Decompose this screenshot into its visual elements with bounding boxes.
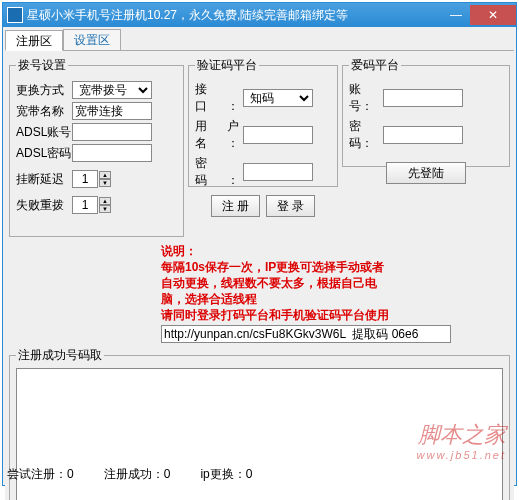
verify-legend: 验证码平台 <box>195 57 259 74</box>
tab-settings[interactable]: 设置区 <box>63 29 121 50</box>
verify-user-label: 用户名： <box>195 118 243 152</box>
switch-mode-label: 更换方式 <box>16 82 72 99</box>
verify-register-button[interactable]: 注 册 <box>211 195 260 217</box>
hangup-delay-input[interactable] <box>72 170 98 188</box>
status-try: 尝试注册：0 <box>7 466 74 483</box>
hangup-up-button[interactable]: ▲ <box>99 171 111 179</box>
verify-pass-label: 密 码： <box>195 155 243 189</box>
dial-group: 拨号设置 更换方式 宽带拨号 宽带名称 ADSL账号 ADSL密码 <box>9 57 184 237</box>
dial-legend: 拨号设置 <box>16 57 68 74</box>
tab-content-register: 拨号设置 更换方式 宽带拨号 宽带名称 ADSL账号 ADSL密码 <box>5 51 514 500</box>
aima-group: 爱码平台 账号： 密码： 先登陆 <box>342 57 510 167</box>
adsl-pass-label: ADSL密码 <box>16 145 72 162</box>
aima-pass-input[interactable] <box>383 126 463 144</box>
verify-port-label: 接 口： <box>195 81 243 115</box>
aima-login-button[interactable]: 先登陆 <box>386 162 466 184</box>
retry-label: 失败重拨 <box>16 197 72 214</box>
verify-user-input[interactable] <box>243 126 313 144</box>
adsl-user-input[interactable] <box>72 123 152 141</box>
yunpan-link-input[interactable] <box>161 325 451 343</box>
retry-input[interactable] <box>72 196 98 214</box>
app-icon <box>7 7 23 23</box>
aima-user-label: 账号： <box>349 81 383 115</box>
broadband-name-input[interactable] <box>72 102 152 120</box>
notice-text: 说明： 每隔10s保存一次，IP更换可选择手动或者 自动更换，线程数不要太多，根… <box>161 243 510 323</box>
aima-pass-label: 密码： <box>349 118 383 152</box>
verify-pass-input[interactable] <box>243 163 313 181</box>
status-bar: 尝试注册：0 注册成功：0 ip更换：0 <box>7 466 512 483</box>
verify-group: 验证码平台 接 口： 知码 用户名： 密 码： 注 册 <box>188 57 338 187</box>
window-title: 星硕小米手机号注册机10.27，永久免费,陆续完善邮箱绑定等 <box>27 7 442 24</box>
broadband-name-label: 宽带名称 <box>16 103 72 120</box>
tab-register[interactable]: 注册区 <box>5 30 63 51</box>
aima-user-input[interactable] <box>383 89 463 107</box>
verify-login-button[interactable]: 登 录 <box>266 195 315 217</box>
retry-up-button[interactable]: ▲ <box>99 197 111 205</box>
aima-legend: 爱码平台 <box>349 57 401 74</box>
switch-mode-select[interactable]: 宽带拨号 <box>72 81 152 99</box>
verify-port-select[interactable]: 知码 <box>243 89 313 107</box>
adsl-user-label: ADSL账号 <box>16 124 72 141</box>
status-ip: ip更换：0 <box>200 466 252 483</box>
adsl-pass-input[interactable] <box>72 144 152 162</box>
app-window: 星硕小米手机号注册机10.27，永久免费,陆续完善邮箱绑定等 — ✕ 注册区 设… <box>2 2 517 486</box>
minimize-button[interactable]: — <box>442 5 470 25</box>
retry-down-button[interactable]: ▼ <box>99 205 111 213</box>
status-ok: 注册成功：0 <box>104 466 171 483</box>
hangup-down-button[interactable]: ▼ <box>99 179 111 187</box>
tab-bar: 注册区 设置区 <box>5 29 514 51</box>
titlebar: 星硕小米手机号注册机10.27，永久免费,陆续完善邮箱绑定等 — ✕ <box>3 3 516 27</box>
hangup-delay-label: 挂断延迟 <box>16 171 72 188</box>
results-legend: 注册成功号码取 <box>16 347 104 364</box>
close-button[interactable]: ✕ <box>470 5 516 25</box>
